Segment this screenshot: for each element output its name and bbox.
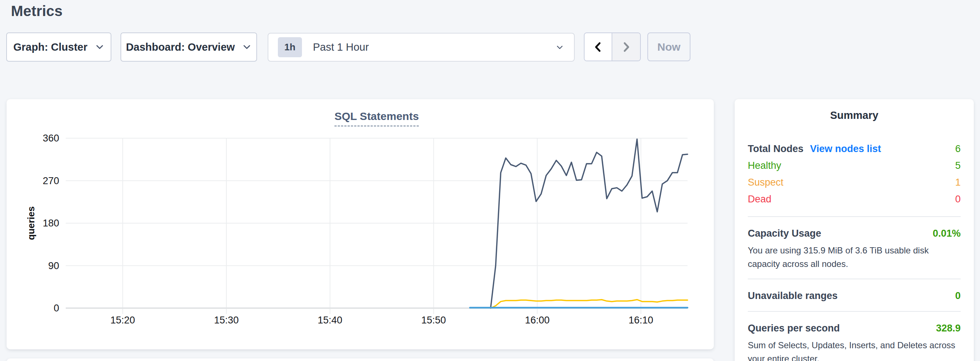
- capacity-usage-value: 0.01%: [932, 228, 961, 239]
- x-tick-label: 16:00: [525, 315, 550, 326]
- x-tick-label: 15:20: [110, 315, 135, 326]
- next-time-window-button[interactable]: [612, 33, 640, 60]
- summary-title: Summary: [748, 109, 961, 122]
- x-tick-label: 15:40: [318, 315, 342, 326]
- total-nodes-row: Total Nodes View nodes list 6: [748, 143, 961, 160]
- time-range-badge: 1h: [278, 37, 302, 57]
- now-button[interactable]: Now: [648, 32, 690, 61]
- time-step-buttons: [584, 32, 641, 61]
- chevron-left-icon: [592, 41, 604, 53]
- view-nodes-list-link[interactable]: View nodes list: [810, 143, 881, 155]
- next-chart-card-partial: [6, 358, 714, 361]
- time-range-selector[interactable]: 1h Past 1 Hour: [268, 33, 575, 62]
- previous-time-window-button[interactable]: [585, 33, 612, 60]
- queries-per-second-label: Queries per second: [748, 323, 840, 334]
- chevron-down-icon: [95, 42, 104, 52]
- x-tick-label: 15:50: [422, 315, 446, 326]
- node-status-rows: Total Nodes View nodes list 6 Healthy 5 …: [748, 143, 961, 211]
- unavailable-ranges-section: Unavailable ranges 0: [748, 290, 961, 302]
- y-tick-label: 0: [54, 302, 59, 314]
- divider: [748, 311, 961, 312]
- y-tick-label: 270: [43, 176, 59, 186]
- dead-nodes-value: 0: [955, 194, 961, 205]
- queries-per-second-description: Sum of Selects, Updates, Inserts, and De…: [748, 339, 961, 361]
- unavailable-ranges-value: 0: [955, 290, 961, 302]
- dashboard-dropdown-label: Dashboard: Overview: [126, 41, 235, 53]
- summary-panel: Summary Total Nodes View nodes list 6 He…: [735, 99, 974, 361]
- capacity-usage-description: You are using 315.9 MiB of 3.6 TiB usabl…: [748, 244, 961, 271]
- y-tick-label: 90: [48, 260, 59, 271]
- suspect-nodes-row: Suspect 1: [748, 177, 961, 194]
- healthy-nodes-row: Healthy 5: [748, 160, 961, 177]
- sql-statements-chart-plot[interactable]: 15:2015:3015:4015:5016:0016:100901802703…: [6, 99, 714, 349]
- graph-scope-dropdown-label: Graph: Cluster: [13, 41, 87, 53]
- healthy-nodes-value: 5: [955, 160, 961, 171]
- x-tick-label: 15:30: [214, 315, 239, 326]
- divider: [748, 279, 961, 279]
- healthy-nodes-label: Healthy: [748, 160, 781, 171]
- metrics-page: { "page": { "title": "Metrics" }, "contr…: [0, 0, 980, 361]
- sql-statements-chart-card: SQL Statements 15:2015:3015:4015:5016:00…: [6, 99, 714, 349]
- total-nodes-label: Total Nodes: [748, 143, 803, 155]
- suspect-nodes-label: Suspect: [748, 177, 784, 188]
- queries-per-second-section: Queries per second 328.9 Sum of Selects,…: [748, 323, 961, 361]
- y-tick-label: 180: [43, 218, 59, 229]
- graph-scope-dropdown[interactable]: Graph: Cluster: [6, 32, 111, 62]
- dashboard-dropdown[interactable]: Dashboard: Overview: [121, 32, 257, 62]
- series-dark-blue-line: [491, 139, 687, 308]
- suspect-nodes-value: 1: [955, 177, 961, 188]
- unavailable-ranges-label: Unavailable ranges: [748, 290, 838, 302]
- capacity-usage-section: Capacity Usage 0.01% You are using 315.9…: [748, 228, 961, 271]
- time-range-label: Past 1 Hour: [313, 41, 369, 53]
- capacity-usage-label: Capacity Usage: [748, 228, 821, 239]
- queries-per-second-value: 328.9: [936, 323, 961, 334]
- total-nodes-value: 6: [955, 143, 961, 155]
- x-tick-label: 16:10: [628, 315, 653, 326]
- dead-nodes-label: Dead: [748, 194, 772, 205]
- dead-nodes-row: Dead 0: [748, 194, 961, 211]
- page-title: Metrics: [11, 3, 62, 19]
- y-axis-label: queries: [25, 206, 37, 240]
- divider: [748, 216, 961, 217]
- chevron-down-icon: [555, 43, 565, 52]
- chevron-down-icon: [242, 42, 251, 52]
- y-tick-label: 360: [43, 133, 59, 144]
- chevron-right-icon: [620, 41, 632, 53]
